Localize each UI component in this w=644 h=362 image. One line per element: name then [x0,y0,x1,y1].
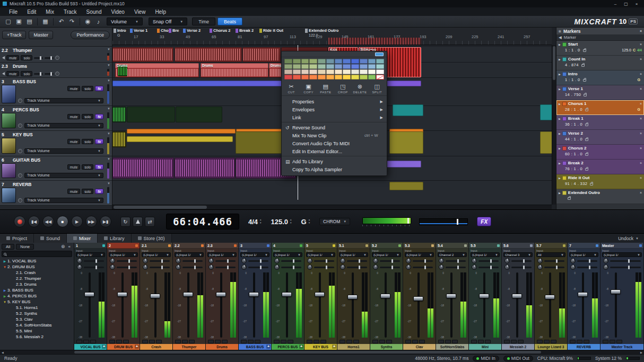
input-dropdown[interactable]: (L)Input 1/ ▼ [175,252,204,257]
track-header[interactable]: 5 KEY BUS mute solo mute [0,131,112,156]
add-send-icon[interactable]: + [299,345,303,349]
search-input[interactable] [8,252,70,257]
channel-header[interactable]: 2 [107,243,140,249]
channel-name-strip[interactable]: BASS BUS + [239,344,271,350]
channel-header[interactable]: 2.1 [140,243,172,249]
track-header[interactable]: 2.3 Drums mute solo mute [0,63,112,78]
audio-clip[interactable] [393,104,423,116]
stop-button[interactable]: ■ [57,216,68,227]
context-menu-item[interactable]: Envelopes ▶ [282,105,387,113]
add-track-button[interactable]: +Track [2,31,26,39]
fader-handle[interactable] [380,294,390,298]
send-slider[interactable] [544,260,564,262]
track-header[interactable]: 6 GUITAR BUS mute solo mute [0,156,112,181]
goto-start-button[interactable]: ▮◀ [28,216,40,227]
tree-item[interactable]: ▶ 3. BASS BUS [0,287,74,293]
menu-item[interactable]: Mix [41,7,59,16]
eq-knob[interactable] [208,258,214,263]
arm-button[interactable] [18,173,22,178]
add-send-icon[interactable]: + [135,345,139,349]
channel-mute-button[interactable] [504,340,510,343]
section-marker[interactable]: Break 2 [236,28,254,33]
lock-icon[interactable] [590,183,593,186]
menu-item[interactable]: Sound [82,7,107,16]
gear-icon[interactable]: ⊛ [61,244,65,249]
fx-button[interactable]: fx [95,86,103,91]
channel-solo-button[interactable] [314,340,319,343]
send-slider[interactable] [511,260,532,262]
tree-item[interactable]: 5.2. Synths [0,311,74,316]
marker-row[interactable]: ▶ Verse 2 × 44 : 1 . 0 [556,130,644,145]
channel-name-strip[interactable]: Thumper + [173,344,205,350]
mixer-channel-strip[interactable]: 2.2 Input: (L)Input 1/ ▼ 0-8-18-27-38 [173,243,206,350]
timeline-vertical-scrollbar[interactable] [552,45,556,205]
fader-track[interactable] [187,272,189,338]
fx-button[interactable]: fx [95,139,103,144]
goto-end-button[interactable]: ▶▮ [100,216,111,227]
automation-param-dropdown[interactable]: Track Volume ▼ [24,198,103,203]
color-swatch[interactable] [318,64,326,69]
save-icon[interactable]: ▤ [24,17,34,26]
marker-row[interactable]: ▶ Chorus 2 × 60 : 1 . 0 [556,145,644,160]
pan-knob[interactable] [504,264,510,270]
input-dropdown[interactable]: (L)Input 1/ ▼ [471,252,500,257]
fader-handle[interactable] [512,294,522,298]
arm-button[interactable] [18,123,22,128]
time-signature-control[interactable]: 4/4 ▲▼ [248,218,262,226]
channel-solo-button[interactable] [445,340,451,343]
midi-icon[interactable]: ♪ [93,17,103,26]
mixer-channel-strip[interactable]: 5.2 Input: (L)Input 1/ ▼ 0-8-18-27-38 [370,243,403,350]
eq-knob[interactable] [340,258,345,263]
track-menu-icon[interactable]: ▼ [107,48,110,51]
marker-row[interactable]: ▶ Count In × 4 . 874 [556,56,644,70]
color-swatch[interactable] [335,59,343,64]
tempo-control[interactable]: 125.0 ▲▼ [271,218,292,226]
fader-track[interactable] [417,272,420,338]
lock-icon[interactable] [585,138,588,141]
channel-mute-button[interactable] [405,340,411,343]
channel-name-strip[interactable]: KEY BUS + [304,344,337,350]
record-arm-icon[interactable]: ◉ [83,17,93,26]
color-swatch[interactable] [343,75,351,80]
color-swatch[interactable] [376,69,384,74]
input-dropdown[interactable]: (L)Input 1/ ▼ [240,252,269,257]
marker-delete-icon[interactable]: × [640,131,642,135]
mute-button[interactable]: mute [67,139,80,144]
fader-track[interactable] [253,272,255,338]
mixer-channel-strip[interactable]: 5.7 Input: All ▼ 0-8-18-27-38 [535,243,568,350]
send-slider[interactable] [511,267,532,268]
pan-knob[interactable] [307,264,312,270]
menu-item[interactable]: Help [150,7,171,16]
pan-knob[interactable] [603,264,608,270]
input-dropdown[interactable]: (L)Input 1/ ▼ [372,252,401,257]
channel-fx-button[interactable] [551,340,556,343]
section-marker[interactable]: Intro G [114,28,126,33]
loop-button[interactable]: ↻ [120,217,130,227]
section-marker[interactable]: Cho [157,28,169,33]
channel-name-strip[interactable]: Messiah 2 + [502,344,534,350]
channel-fx-button[interactable] [616,340,622,343]
context-menu-item[interactable]: ↺ Reverse Sound ▶ [282,123,387,131]
channel-header[interactable]: 5.4 [436,243,468,249]
color-swatch[interactable] [326,75,334,80]
pan-knob[interactable] [110,264,115,270]
marker-row[interactable]: ▶ Break 1 × 36 : 1 . 0 [556,115,644,130]
channel-mute-button[interactable] [537,340,543,343]
section-marker[interactable]: Verse 2 [183,28,201,33]
fader-handle[interactable] [545,295,555,299]
channel-header[interactable]: Master [601,243,643,249]
input-dropdown[interactable]: (L)Input 1/ ▼ [569,252,598,257]
scrollbar-thumb[interactable] [553,46,555,80]
spinner-icons[interactable]: ▲▼ [259,219,262,224]
tree-item[interactable]: 5.3. Clav [0,316,74,322]
track-menu-icon[interactable]: ▼ [107,132,110,135]
fader-track[interactable] [516,272,518,338]
track-menu-icon[interactable]: ▼ [107,79,110,82]
channel-header[interactable]: 2.2 [173,243,205,249]
channel-name-strip[interactable]: REVERB + [568,344,600,350]
open-project-icon[interactable]: ▣ [14,17,24,26]
track-menu-icon[interactable]: ▼ [107,64,110,67]
channel-fx-button[interactable] [452,340,458,343]
key-control[interactable]: G ▲▼ [301,218,311,226]
menu-item[interactable]: File [4,7,22,16]
